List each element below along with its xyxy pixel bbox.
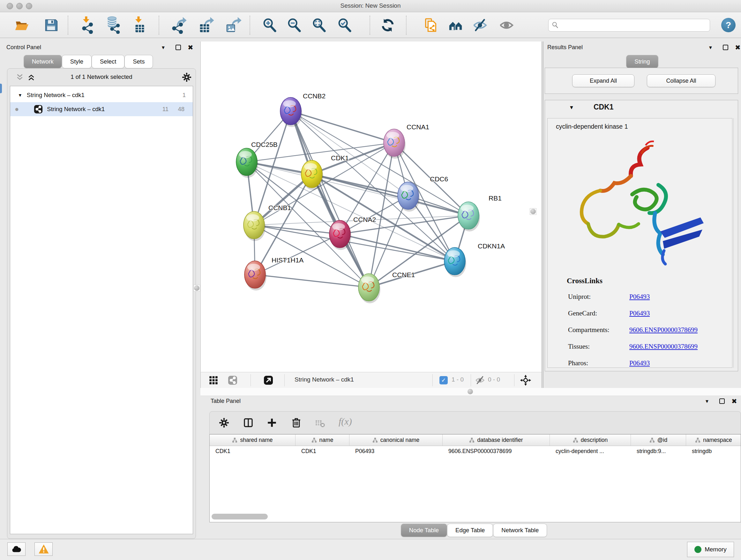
- right-splitter-handle[interactable]: [530, 208, 536, 215]
- expand-all-button[interactable]: Expand All: [572, 74, 634, 87]
- table-cell[interactable]: P06493: [349, 446, 443, 457]
- table-tabs: Node TableEdge TableNetwork Table: [207, 523, 741, 537]
- tab-network-table[interactable]: Network Table: [493, 523, 547, 537]
- save-session-icon[interactable]: [44, 18, 58, 33]
- collapsed-panel-tab[interactable]: [0, 84, 2, 93]
- column-header-canonicalname[interactable]: canonical name: [349, 435, 443, 446]
- export-image-icon[interactable]: [226, 18, 240, 33]
- network-node-CCNB1[interactable]: [244, 211, 266, 241]
- column-header-sharedname[interactable]: shared name: [210, 435, 295, 446]
- results-panel: Results Panel ▼ ✖ String Expand All Coll…: [543, 42, 741, 388]
- section-collapse-icon[interactable]: ▼: [569, 105, 574, 111]
- selected-checkbox[interactable]: ✓: [440, 376, 448, 384]
- zoom-fit-icon[interactable]: [312, 18, 327, 33]
- network-row-selected[interactable]: ● String Network – cdk1 11 48: [10, 102, 193, 116]
- column-header-namespace[interactable]: namespace: [686, 435, 741, 446]
- column-header-databaseidentifier[interactable]: database identifier: [443, 435, 550, 446]
- panel-float-icon[interactable]: [723, 45, 728, 50]
- panel-menu-caret-icon[interactable]: ▼: [161, 45, 165, 50]
- tab-sets[interactable]: Sets: [125, 55, 153, 68]
- results-scrollbar[interactable]: [733, 118, 737, 368]
- panel-close-icon[interactable]: ✖: [731, 398, 737, 404]
- add-column-icon[interactable]: [266, 417, 277, 428]
- edge-CCNB2-CCNA1[interactable]: [291, 111, 394, 143]
- import-table-file-icon[interactable]: [132, 18, 146, 33]
- tab-network[interactable]: Network: [23, 55, 62, 68]
- edge-CDC6-CCNA2[interactable]: [340, 196, 408, 234]
- first-neighbors-icon[interactable]: [423, 18, 438, 33]
- network-node-RB1[interactable]: [458, 202, 480, 232]
- table-cell[interactable]: 9606.ENSP00000378699: [443, 446, 550, 457]
- table-hscrollbar[interactable]: [212, 514, 268, 519]
- export-table-icon[interactable]: [199, 18, 213, 33]
- network-node-CCNB2[interactable]: [280, 98, 302, 127]
- zoom-in-icon[interactable]: [262, 18, 277, 33]
- import-network-database-icon[interactable]: [106, 18, 120, 33]
- memory-button[interactable]: Memory: [687, 542, 734, 557]
- help-icon[interactable]: ?: [721, 18, 736, 32]
- panel-float-icon[interactable]: [719, 398, 725, 404]
- network-node-HIST1H1A[interactable]: [245, 261, 266, 291]
- table-row[interactable]: CDK1CDK1P064939606.ENSP00000378699cyclin…: [210, 446, 741, 457]
- tab-edge-table[interactable]: Edge Table: [447, 523, 493, 537]
- crosslink-value[interactable]: P06493: [629, 359, 650, 367]
- table-splitter-handle[interactable]: [468, 389, 473, 394]
- table-cell[interactable]: CDK1: [295, 446, 349, 457]
- tab-select[interactable]: Select: [91, 55, 125, 68]
- panel-float-icon[interactable]: [176, 45, 181, 50]
- network-node-CDKN1A[interactable]: [444, 247, 466, 277]
- edge-CCNA2-HIST1H1A[interactable]: [255, 234, 340, 274]
- crosslink-value[interactable]: 9606.ENSP00000378699: [629, 326, 697, 334]
- main-toolbar: ?: [0, 12, 741, 38]
- column-header-description[interactable]: description: [550, 435, 631, 446]
- table-cell[interactable]: CDK1: [210, 446, 295, 457]
- network-node-CCNE1[interactable]: [358, 273, 381, 303]
- show-all-icon[interactable]: [499, 18, 514, 33]
- birdseye-share-icon[interactable]: [227, 375, 238, 385]
- fit-selected-crosshair-icon[interactable]: [520, 374, 531, 386]
- open-in-window-icon[interactable]: [263, 375, 273, 385]
- table-cell[interactable]: stringdb:9...: [631, 446, 686, 457]
- tab-string[interactable]: String: [626, 55, 658, 68]
- node-label-CDKN1A: CDKN1A: [478, 242, 505, 250]
- table-cell[interactable]: stringdb: [686, 446, 741, 457]
- panel-menu-caret-icon[interactable]: ▼: [708, 45, 713, 50]
- network-collection-row[interactable]: ▼ String Network – cdk1 1: [10, 88, 193, 102]
- edge-HIST1H1A-CCNE1[interactable]: [255, 274, 369, 287]
- panel-close-icon[interactable]: ✖: [735, 45, 741, 50]
- import-network-file-icon[interactable]: [79, 18, 94, 33]
- zoom-out-icon[interactable]: [287, 18, 301, 33]
- grid-view-icon[interactable]: [208, 375, 219, 385]
- crosslink-value[interactable]: P06493: [629, 293, 650, 301]
- warnings-button[interactable]: [35, 543, 53, 556]
- open-session-icon[interactable]: [14, 18, 29, 33]
- tab-style[interactable]: Style: [62, 55, 91, 68]
- panel-menu-caret-icon[interactable]: ▼: [704, 398, 710, 404]
- table-cell[interactable]: cyclin-dependent ...: [550, 446, 631, 457]
- node-table[interactable]: shared namenamecanonical namedatabase id…: [209, 434, 741, 522]
- collapse-all-button[interactable]: Collapse All: [647, 74, 716, 87]
- network-node-CCNA2[interactable]: [329, 220, 351, 250]
- delete-column-icon[interactable]: [291, 417, 302, 428]
- network-options-gear-icon[interactable]: [182, 72, 192, 82]
- table-options-gear-icon[interactable]: [219, 417, 229, 428]
- search-input[interactable]: [559, 22, 710, 28]
- column-header-id[interactable]: @id: [631, 435, 686, 446]
- network-view[interactable]: CCNB2CCNA1CDC25BCDK1CDC6RB1CCNB1CCNA2CDK…: [200, 42, 542, 372]
- tab-node-table[interactable]: Node Table: [401, 523, 447, 537]
- show-columns-icon[interactable]: [243, 417, 254, 428]
- crosslink-value[interactable]: P06493: [629, 309, 650, 317]
- nested-network-icon[interactable]: [448, 18, 463, 33]
- export-network-icon[interactable]: [172, 18, 187, 33]
- cloud-button[interactable]: [7, 543, 25, 556]
- search-box[interactable]: [548, 19, 710, 32]
- table-splitter[interactable]: [200, 388, 741, 396]
- tree-expander-icon[interactable]: ▼: [18, 92, 22, 98]
- crosslink-value[interactable]: 9606.ENSP00000378699: [629, 343, 697, 351]
- left-splitter-handle[interactable]: [193, 285, 200, 292]
- column-header-name[interactable]: name: [295, 435, 349, 446]
- panel-close-icon[interactable]: ✖: [188, 45, 193, 50]
- zoom-selected-icon[interactable]: [337, 18, 352, 33]
- hide-selected-icon[interactable]: [473, 18, 487, 33]
- update-network-icon[interactable]: [381, 18, 395, 33]
